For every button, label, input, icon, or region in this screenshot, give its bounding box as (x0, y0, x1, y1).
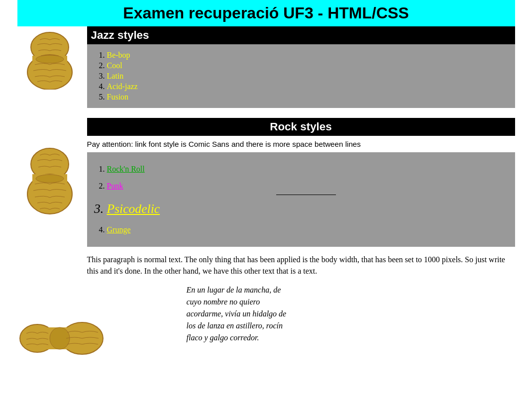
page-wrapper: Examen recuperació UF3 - HTML/CSS (17, 0, 515, 407)
rock-list: Rock'n Roll Punk Psicodelic Grunge (97, 162, 505, 237)
rock-section-header: Rock styles (87, 118, 515, 136)
list-item: Cool (107, 61, 505, 70)
main-header: Examen recuperació UF3 - HTML/CSS (17, 0, 515, 26)
list-item: Acid-jazz (107, 82, 505, 91)
content-area: Jazz styles Be-bop Cool Latin Acid-jazz … (87, 26, 515, 344)
jazz-link-latin[interactable]: Latin (107, 72, 124, 80)
svg-point-7 (36, 175, 64, 183)
separator-line (276, 195, 336, 195)
jazz-link-acid-jazz[interactable]: Acid-jazz (107, 82, 138, 91)
normal-paragraph: This paragraph is normal text. The only … (87, 254, 515, 277)
list-item: Psicodelic (107, 198, 505, 220)
svg-point-3 (36, 55, 64, 63)
list-item: Rock'n Roll (107, 162, 505, 177)
quote-block: En un lugar de la mancha, de cuyo nombre… (187, 284, 296, 344)
list-item: Latin (107, 72, 505, 81)
rock-link-psicodelic[interactable]: Psicodelic (107, 202, 160, 216)
jazz-link-bebop[interactable]: Be-bop (107, 51, 130, 59)
peanut-image-2 (17, 144, 82, 221)
list-item: Be-bop (107, 51, 505, 60)
rock-link-punk[interactable]: Punk (107, 182, 123, 190)
page-title: Examen recuperació UF3 - HTML/CSS (17, 4, 515, 22)
list-item: Fusion (107, 93, 505, 102)
jazz-section-header: Jazz styles (87, 26, 515, 44)
list-item: Punk (107, 179, 505, 195)
jazz-list: Be-bop Cool Latin Acid-jazz Fusion (97, 51, 505, 102)
rock-list-container: Rock'n Roll Punk Psicodelic Grunge (87, 152, 515, 247)
peanut-image-3 (17, 308, 105, 370)
jazz-link-fusion[interactable]: Fusion (107, 93, 129, 101)
rock-link-rocknroll[interactable]: Rock'n Roll (107, 165, 145, 173)
peanut-image-1 (17, 30, 82, 92)
jazz-link-cool[interactable]: Cool (107, 61, 122, 70)
jazz-list-container: Be-bop Cool Latin Acid-jazz Fusion (87, 44, 515, 108)
rock-link-grunge[interactable]: Grunge (107, 225, 131, 234)
rock-note: Pay attention: link font style is Comic … (87, 140, 515, 148)
list-item: Grunge (107, 223, 505, 237)
